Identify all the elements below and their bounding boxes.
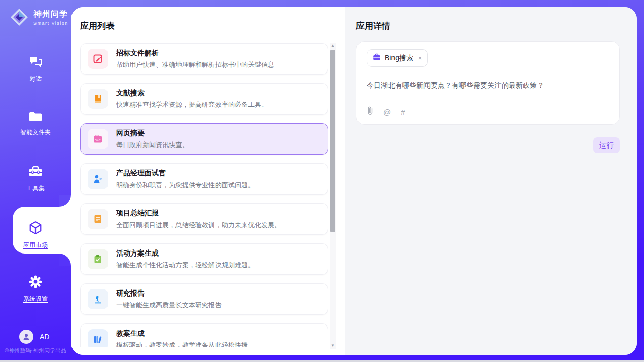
sidebar-item-settings[interactable]: 系统设置 <box>0 275 71 306</box>
app-card-literature-search[interactable]: 文献搜索 快速精准查找学术资源，提高研究效率的必备工具。 <box>80 83 328 115</box>
sidebar-item-label: 工具集 <box>26 184 45 193</box>
prompt-text-input[interactable]: 今日湖北有哪些新闻要点？有哪些需要关注的最新政策？ <box>367 80 609 91</box>
app-name: 文献搜索 <box>116 89 268 98</box>
user-name: AD <box>40 333 49 341</box>
brand-name: 神州问学 <box>33 9 68 20</box>
app-list-panel: 应用列表 招标文件解析 帮助用户快速、准确地理解和解析招标书中的关键信息 <box>71 7 345 355</box>
attachment-toolbar: @ # <box>367 106 405 117</box>
app-card-list: 招标文件解析 帮助用户快速、准确地理解和解析招标书中的关键信息 文献搜索 快速精… <box>80 43 328 347</box>
app-name: 教案生成 <box>116 329 248 338</box>
app-list-title: 应用列表 <box>80 20 345 32</box>
scrollbar-thumb[interactable] <box>330 50 335 232</box>
prompt-input-card: Bing搜索 × 今日湖北有哪些新闻要点？有哪些需要关注的最新政策？ @ # <box>356 41 620 125</box>
tag-close-icon[interactable]: × <box>418 55 422 62</box>
scrollbar-down-arrow[interactable]: ▼ <box>330 343 336 349</box>
brand-logo: 神州问学 Smart Vision <box>9 7 68 27</box>
tool-tag-bing-search[interactable]: Bing搜索 × <box>367 49 428 67</box>
gear-icon <box>28 275 43 291</box>
tab-fillet-top <box>59 195 71 207</box>
app-description: 模板驱动，教案妙成，教学准备从此轻松快捷 <box>116 341 248 348</box>
toolbox-icon <box>28 165 43 180</box>
browser-code-icon: </> <box>88 129 108 149</box>
app-detail-panel: 应用详情 Bing搜索 × 今日湖北有哪些新闻要点？有哪些需要关注的最新政策？ <box>345 7 637 355</box>
tool-tag-label: Bing搜索 <box>385 54 413 63</box>
app-card-event-plan[interactable]: 活动方案生成 智能生成个性化活动方案，轻松解决规划难题。 <box>80 243 328 275</box>
sidebar-item-smart-folder[interactable]: 智能文件夹 <box>0 111 71 142</box>
app-name: 活动方案生成 <box>116 249 255 258</box>
sidebar-item-chat[interactable]: 对话 <box>0 56 71 87</box>
report-note-icon <box>88 209 108 229</box>
mention-icon[interactable]: @ <box>383 107 391 116</box>
app-name: 产品经理面试官 <box>116 169 255 178</box>
cube-icon <box>28 220 43 237</box>
app-description: 全面回顾项目进展，总结经验教训，助力未来优化发展。 <box>116 221 281 230</box>
hashtag-icon[interactable]: # <box>401 107 405 116</box>
tab-fillet-bottom <box>59 254 71 266</box>
brand-subtitle: Smart Vision <box>33 21 68 26</box>
copyright-text: ©神州数码·神州问学出品 <box>0 347 71 354</box>
app-card-pm-interviewer[interactable]: 产品经理面试官 明确身份和职责，为您提供专业性的面试问题。 <box>80 163 328 195</box>
briefcase-icon <box>373 53 381 63</box>
app-card-bid-analysis[interactable]: 招标文件解析 帮助用户快速、准确地理解和解析招标书中的关键信息 <box>80 43 328 75</box>
list-scrollbar[interactable]: ▲ ▼ <box>330 43 336 349</box>
app-card-lesson-plan[interactable]: 教案生成 模板驱动，教案妙成，教学准备从此轻松快捷 <box>80 323 328 347</box>
chat-icon <box>28 56 43 71</box>
research-icon <box>88 289 108 309</box>
run-button[interactable]: 运行 <box>593 137 620 153</box>
app-name: 招标文件解析 <box>116 49 274 58</box>
books-icon <box>88 329 108 347</box>
scrollbar-up-arrow[interactable]: ▲ <box>330 43 336 49</box>
interviewer-icon <box>88 169 108 189</box>
app-name: 项目总结汇报 <box>116 209 281 218</box>
edit-document-icon <box>88 49 108 69</box>
app-description: 每日政府新闻资讯快查。 <box>116 140 189 150</box>
sidebar-item-label: 系统设置 <box>23 295 48 303</box>
sidebar-item-label: 智能文件夹 <box>20 128 51 137</box>
sidebar-item-label: 应用市场 <box>23 241 48 249</box>
app-description: 一键智能生成高质量长文本研究报告 <box>116 301 222 310</box>
sidebar-item-label: 对话 <box>29 75 42 83</box>
svg-text:</>: </> <box>95 138 101 141</box>
app-description: 帮助用户快速、准确地理解和解析招标书中的关键信息 <box>116 60 274 69</box>
app-description: 快速精准查找学术资源，提高研究效率的必备工具。 <box>116 100 268 110</box>
sidebar: 神州问学 Smart Vision 对话 智能文件夹 <box>0 0 71 362</box>
app-detail-title: 应用详情 <box>356 20 620 32</box>
folder-icon <box>28 111 43 125</box>
app-card-project-summary[interactable]: 项目总结汇报 全面回顾项目进展，总结经验教训，助力未来优化发展。 <box>80 203 328 235</box>
app-card-web-summary[interactable]: </> 网页摘要 每日政府新闻资讯快查。 <box>80 123 328 155</box>
app-name: 研究报告 <box>116 289 222 298</box>
app-card-research-report[interactable]: 研究报告 一键智能生成高质量长文本研究报告 <box>80 283 328 315</box>
brand-diamond-icon <box>9 7 29 27</box>
clipboard-check-icon <box>88 249 108 269</box>
book-icon <box>88 89 108 109</box>
sidebar-item-app-market[interactable]: 应用市场 <box>0 220 71 251</box>
paperclip-icon[interactable] <box>367 106 374 117</box>
app-description: 明确身份和职责，为您提供专业性的面试问题。 <box>116 180 255 190</box>
main-window: 应用列表 招标文件解析 帮助用户快速、准确地理解和解析招标书中的关键信息 <box>71 7 637 355</box>
sidebar-item-toolset[interactable]: 工具集 <box>0 165 71 197</box>
app-description: 智能生成个性化活动方案，轻松解决规划难题。 <box>116 261 255 270</box>
app-name: 网页摘要 <box>116 129 189 138</box>
avatar <box>19 330 33 344</box>
run-row: 运行 <box>356 137 620 153</box>
user-account[interactable]: AD <box>19 330 49 344</box>
